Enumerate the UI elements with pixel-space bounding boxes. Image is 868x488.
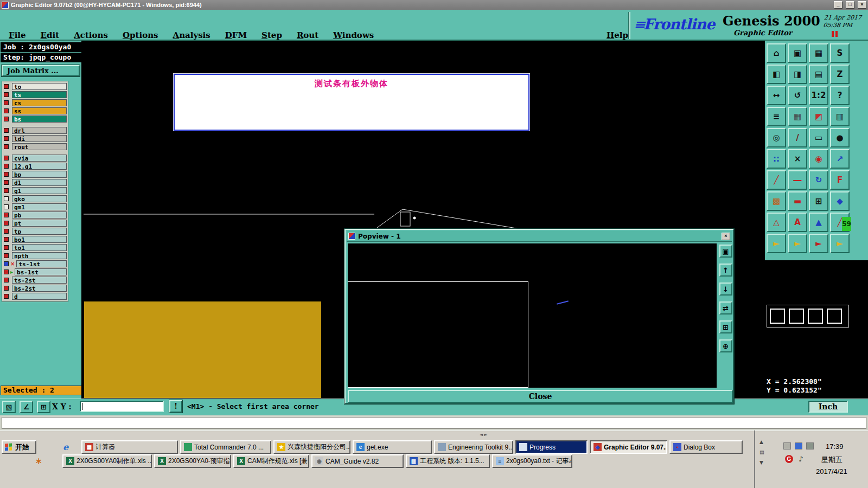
start-button[interactable]: 开始: [2, 440, 36, 454]
tool-button[interactable]: ▤: [809, 65, 828, 84]
taskbar-button[interactable]: Total Commander 7.0 ...: [180, 440, 271, 454]
popview-close-button[interactable]: Close: [348, 390, 733, 403]
layer-visibility-box[interactable]: [4, 136, 9, 141]
menu-item[interactable]: DFM: [225, 30, 247, 40]
job-matrix-button[interactable]: Job Matrix ...: [2, 65, 80, 76]
tool-button[interactable]: S: [830, 43, 850, 63]
tool-button[interactable]: ►: [788, 234, 807, 253]
layer-name[interactable]: 12.g1: [12, 163, 67, 170]
tool-button[interactable]: ◉: [809, 149, 828, 169]
tool-button[interactable]: ►: [767, 234, 786, 253]
tool-button[interactable]: ⊞: [809, 191, 828, 211]
layer-visibility-box[interactable]: [4, 204, 9, 209]
layer-visibility-box[interactable]: [4, 172, 9, 177]
layer-visibility-box[interactable]: [4, 188, 9, 193]
tool-button[interactable]: A: [788, 213, 807, 232]
tool-button[interactable]: ⌂: [767, 43, 786, 63]
popview-titlebar[interactable]: Popview - 1 ×: [347, 231, 732, 242]
tool-button[interactable]: ↺: [788, 86, 807, 105]
layer-row[interactable]: cs: [3, 99, 67, 107]
command-line-field[interactable]: [2, 417, 866, 429]
tool-button[interactable]: ◆: [830, 191, 850, 211]
layer-row[interactable]: bp: [3, 170, 67, 178]
layer-visibility-box[interactable]: [4, 144, 9, 149]
maximize-button[interactable]: □: [846, 1, 854, 9]
tool-button[interactable]: ?: [830, 86, 850, 105]
taskbar-button[interactable]: Engineering Toolkit 9...: [434, 440, 513, 454]
tool-button[interactable]: ▦: [788, 107, 807, 126]
layer-visibility-box[interactable]: [4, 269, 9, 274]
layer-row[interactable]: pb: [3, 211, 67, 219]
layer-name[interactable]: to: [12, 83, 67, 90]
layer-row[interactable]: ss: [3, 107, 67, 115]
tool-button[interactable]: ≡: [767, 107, 786, 126]
layer-visibility-box[interactable]: [4, 294, 9, 299]
menu-item[interactable]: Step: [261, 30, 282, 40]
layer-name[interactable]: ts: [12, 91, 67, 98]
popview-tool-button[interactable]: ⊕: [719, 339, 732, 352]
layer-visibility-box[interactable]: [4, 261, 9, 266]
layer-name[interactable]: gko: [12, 195, 67, 202]
taskbar-button[interactable]: X 2X0GS00YA0-预审指示...: [154, 454, 231, 468]
tool-button[interactable]: △: [767, 213, 786, 232]
layer-name[interactable]: tp: [12, 228, 67, 235]
tool-button[interactable]: ▬: [788, 191, 807, 211]
layer-visibility-box[interactable]: [4, 237, 9, 242]
layer-row[interactable]: d: [3, 292, 67, 300]
layer-visibility-box[interactable]: [4, 100, 9, 105]
layer-visibility-box[interactable]: [4, 128, 9, 133]
layer-row[interactable]: to: [3, 82, 67, 91]
layer-name[interactable]: bs: [12, 115, 67, 123]
layer-name[interactable]: rout: [12, 143, 67, 150]
layer-name[interactable]: ss: [12, 107, 67, 114]
layer-visibility-box[interactable]: [4, 156, 9, 160]
layer-visibility-box[interactable]: [4, 229, 9, 234]
tool-button[interactable]: ↔: [767, 86, 786, 105]
menu-item[interactable]: Edit: [41, 30, 60, 40]
menu-item[interactable]: Windows: [333, 30, 374, 40]
status-tool-button[interactable]: ∠: [20, 401, 33, 413]
taskbar-button[interactable]: ▪ Dialog Box: [669, 440, 743, 454]
layer-visibility-box[interactable]: [4, 213, 9, 217]
layer-row[interactable]: d1: [3, 178, 67, 187]
status-tool-button[interactable]: ⊞: [37, 401, 50, 413]
tool-button[interactable]: ▲: [809, 213, 828, 232]
layer-row[interactable]: ts: [3, 91, 67, 99]
layer-name[interactable]: ldi: [12, 135, 67, 142]
layer-row[interactable]: ldi: [3, 134, 67, 143]
layer-visibility-box[interactable]: [4, 164, 9, 169]
tray-icon[interactable]: [806, 442, 814, 450]
layer-row[interactable]: bo1: [3, 235, 67, 243]
layer-name[interactable]: ts-1st: [16, 260, 67, 267]
layer-name[interactable]: npth: [12, 252, 67, 259]
menu-item[interactable]: Options: [123, 30, 158, 40]
layer-name[interactable]: d1: [12, 179, 67, 186]
tray-mini-icon[interactable]: ▲: [760, 439, 764, 445]
layer-visibility-box[interactable]: [4, 92, 9, 97]
tool-button[interactable]: Z: [830, 65, 850, 84]
tool-button[interactable]: ╱: [767, 170, 786, 190]
minimize-button[interactable]: _: [834, 1, 843, 9]
tool-button[interactable]: ◩: [809, 107, 828, 126]
layer-row[interactable]: × ts-1st: [3, 260, 67, 268]
menu-item[interactable]: Analysis: [173, 30, 210, 40]
taskbar-button[interactable]: Progress: [515, 440, 588, 454]
layer-name[interactable]: bp: [12, 171, 67, 178]
tool-button[interactable]: ◨: [788, 65, 807, 84]
layer-row[interactable]: tp: [3, 227, 67, 235]
volume-icon[interactable]: ♪: [799, 455, 803, 463]
layer-name[interactable]: to1: [12, 244, 67, 251]
layer-row[interactable]: ▸ bs-1st: [3, 268, 67, 276]
taskbar-button[interactable]: e get.exe: [353, 440, 432, 454]
units-indicator[interactable]: Inch: [808, 401, 848, 413]
layer-visibility-box[interactable]: [4, 117, 9, 121]
tool-button[interactable]: ◎: [767, 128, 786, 147]
tool-button[interactable]: ◧: [767, 65, 786, 84]
pause-icon[interactable]: [832, 31, 838, 37]
layer-row[interactable]: ts-2st: [3, 276, 67, 284]
tool-button[interactable]: ●: [830, 128, 850, 147]
layer-name[interactable]: pb: [12, 211, 67, 219]
layer-row[interactable]: gm1: [3, 203, 67, 211]
taskbar-button[interactable]: ▦ 计算器: [81, 440, 178, 454]
layer-row[interactable]: g1: [3, 187, 67, 195]
